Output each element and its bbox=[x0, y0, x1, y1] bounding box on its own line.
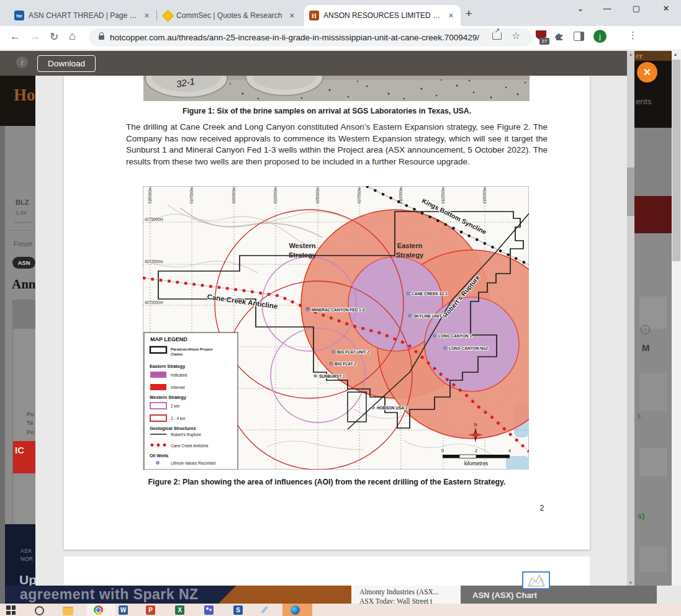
commsec-diamond-favicon bbox=[162, 10, 173, 21]
hotcopper-header-bg: Ho bbox=[0, 76, 35, 126]
pen-app-icon[interactable] bbox=[261, 605, 268, 614]
ad-block[interactable]: IC bbox=[13, 441, 35, 473]
lock-icon[interactable] bbox=[99, 35, 104, 40]
spark-ad-banner[interactable]: agreement with Spark NZ bbox=[5, 586, 351, 605]
chrome-icon[interactable] bbox=[94, 605, 103, 615]
file-explorer-icon[interactable] bbox=[63, 607, 73, 615]
breadcrumb-forums[interactable]: Forum bbox=[14, 240, 32, 248]
tab-title: ANSON RESOURCES LIMITED (AS bbox=[323, 11, 442, 20]
tab-close-icon[interactable]: ✕ bbox=[287, 12, 297, 20]
tab-title: CommSec | Quotes & Research bbox=[176, 11, 283, 20]
svg-text:LONG CANYON 1: LONG CANYON 1 bbox=[438, 334, 472, 338]
news-card[interactable]: Almonty Industries (ASX... ASX Today: Wa… bbox=[351, 586, 461, 605]
bottom-right-gap bbox=[657, 586, 681, 605]
word-icon[interactable]: W bbox=[119, 605, 128, 615]
nav-fragment: ents bbox=[636, 97, 652, 106]
overlay-close-button[interactable]: ✕ bbox=[637, 62, 657, 83]
edge-icon[interactable] bbox=[291, 605, 300, 615]
svg-text:4270000m: 4270000m bbox=[145, 300, 163, 305]
viewer-toolbar: Download bbox=[0, 51, 627, 76]
tse-favicon: tse bbox=[14, 11, 24, 20]
figure1-photo: 32-1 bbox=[143, 75, 530, 101]
profile-avatar[interactable]: j bbox=[593, 30, 607, 43]
svg-text:Lithium Values Recorded: Lithium Values Recorded bbox=[171, 461, 216, 465]
taskbar-search-icon[interactable] bbox=[35, 606, 44, 615]
pdf-scrollbar-thumb[interactable] bbox=[627, 167, 634, 216]
svg-text:4275000m: 4275000m bbox=[145, 217, 163, 221]
svg-text:597500m: 597500m bbox=[189, 187, 194, 203]
svg-text:0: 0 bbox=[441, 449, 444, 453]
scroll-up-icon[interactable]: ▲ bbox=[672, 52, 679, 56]
extensions-puzzle-icon[interactable] bbox=[554, 31, 564, 41]
svg-text:Strategy: Strategy bbox=[396, 251, 424, 259]
s-app-icon[interactable]: S bbox=[233, 605, 243, 615]
svg-text:Geological Structures: Geological Structures bbox=[150, 426, 196, 431]
svg-text:Strategy: Strategy bbox=[289, 251, 317, 259]
document-paragraph: The drilling at Cane Creek and Long Cany… bbox=[126, 122, 548, 167]
link-fragment: s) bbox=[638, 511, 645, 520]
figure2-map: 595000m 597500m 600000m 602500m 605000m … bbox=[143, 186, 529, 470]
tab-anson-resources[interactable]: H ANSON RESOURCES LIMITED (AS ✕ bbox=[304, 5, 461, 26]
svg-text:kilometres: kilometres bbox=[464, 460, 489, 466]
svg-text:612500m: 612500m bbox=[441, 187, 445, 203]
browser-scrollbar[interactable]: ▲ bbox=[672, 51, 681, 605]
background-page-left: Ho BLZ 1.6¢ Forum ASN Ann Po Tir Po IC A… bbox=[0, 51, 35, 604]
svg-text:Western Strategy: Western Strategy bbox=[150, 395, 186, 400]
tab-close-icon[interactable]: ✕ bbox=[446, 12, 456, 20]
download-button[interactable]: Download bbox=[37, 55, 96, 72]
window-close-icon[interactable]: ✕ bbox=[657, 4, 675, 13]
tab-close-icon[interactable]: ✕ bbox=[142, 12, 151, 20]
svg-text:Inferred: Inferred bbox=[171, 385, 185, 390]
svg-text:2: 2 bbox=[475, 449, 477, 453]
sparkline bbox=[14, 219, 33, 225]
side-panel-icon[interactable] bbox=[574, 32, 584, 41]
svg-text:N: N bbox=[474, 422, 477, 427]
new-tab-button[interactable]: + bbox=[466, 7, 472, 20]
tab-separator bbox=[156, 11, 157, 20]
share-icon[interactable] bbox=[492, 32, 502, 40]
svg-text:Robert's Rupture: Robert's Rupture bbox=[171, 432, 201, 437]
teams-icon[interactable] bbox=[204, 605, 214, 615]
chart-thumbnail[interactable] bbox=[522, 571, 550, 589]
post-card: Po Tir Po IC bbox=[12, 300, 35, 525]
bookmark-star-icon[interactable]: ☆ bbox=[512, 30, 520, 42]
svg-text:SKYLINE UNIT 1: SKYLINE UNIT 1 bbox=[413, 314, 445, 318]
dimmed-banner-block bbox=[634, 196, 672, 233]
asn-stock-badge[interactable]: ASN bbox=[12, 257, 35, 269]
banner-text: agreement with Spark NZ bbox=[20, 586, 199, 603]
svg-text:Western: Western bbox=[289, 242, 315, 249]
facebook-icon[interactable]: f bbox=[16, 56, 28, 68]
tab-title: ASN CHART THREAD | Page 5 | T bbox=[29, 11, 138, 20]
windows-taskbar: W P X S bbox=[0, 604, 681, 616]
hotcopper-logo: Ho bbox=[14, 86, 35, 105]
start-menu-icon[interactable] bbox=[6, 605, 16, 615]
map-legend: MAP LEGEND ParadoxLithium Project Claims… bbox=[144, 333, 238, 470]
url-text[interactable]: hotcopper.com.au/threads/ann-25-increase… bbox=[110, 33, 482, 42]
scroll-up-icon[interactable]: ▲ bbox=[627, 52, 634, 56]
scroll-down-icon[interactable]: ▼ bbox=[627, 581, 634, 585]
tab-asn-chart-thread[interactable]: tse ASN CHART THREAD | Page 5 | T ✕ bbox=[9, 5, 156, 26]
back-icon[interactable]: ← bbox=[10, 30, 20, 43]
window-minimize-icon[interactable]: — bbox=[598, 4, 616, 13]
window-menu-chevron-icon[interactable]: ⌄ bbox=[571, 4, 590, 13]
banner-orange-section bbox=[217, 586, 351, 605]
powerpoint-icon[interactable]: P bbox=[146, 605, 155, 615]
svg-text:ParadoxLithium Project: ParadoxLithium Project bbox=[171, 347, 212, 351]
tab-commsec[interactable]: CommSec | Quotes & Research ✕ bbox=[159, 5, 302, 26]
excel-icon[interactable]: X bbox=[175, 605, 184, 615]
asn-chart-bar[interactable]: ASN (ASX) Chart bbox=[461, 586, 657, 605]
home-icon[interactable]: ⌂ bbox=[69, 30, 76, 43]
extension-badge: 27 bbox=[539, 38, 549, 45]
omnibox[interactable]: hotcopper.com.au/threads/ann-25-increase… bbox=[89, 29, 533, 47]
window-maximize-icon[interactable]: ▢ bbox=[627, 4, 646, 13]
forward-icon[interactable]: → bbox=[30, 30, 40, 43]
svg-text:HOBSON USA 1: HOBSON USA 1 bbox=[377, 406, 408, 410]
kebab-menu-icon[interactable]: ⋮ bbox=[628, 30, 638, 41]
alert-icon: ! bbox=[641, 325, 650, 334]
svg-text:Indicated: Indicated bbox=[171, 373, 187, 377]
pdf-scrollbar[interactable]: ▲ ▼ bbox=[627, 51, 634, 586]
background-page-right: er ents ! M ). s) bbox=[634, 51, 672, 586]
news-title[interactable]: Almonty Industries (ASX... bbox=[359, 588, 438, 596]
browser-scrollbar-thumb[interactable] bbox=[672, 60, 680, 261]
reload-icon[interactable]: ↻ bbox=[50, 30, 58, 43]
